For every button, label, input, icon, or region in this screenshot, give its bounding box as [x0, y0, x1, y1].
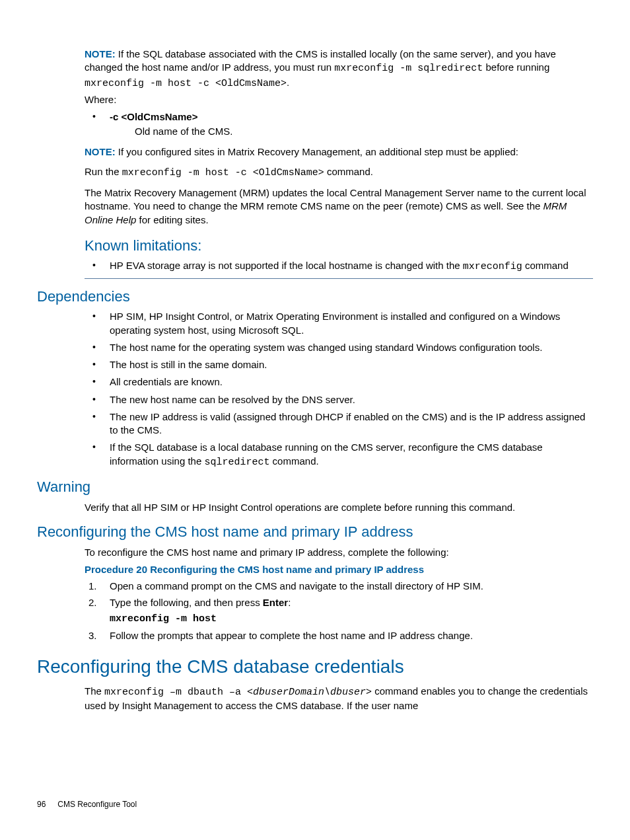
list-item: HP EVA storage array is not supported if… — [85, 259, 593, 274]
where-list: -c <OldCmsName> Old name of the CMS. — [85, 110, 593, 139]
list-item: The new host name can be resolved by the… — [85, 393, 593, 406]
sqlredirect-cmd: sqlredirect — [204, 457, 269, 468]
option-desc: Old name of the CMS. — [135, 125, 593, 138]
reconfig-intro: To reconfigure the CMS host name and pri… — [85, 546, 593, 559]
warning-heading: Warning — [37, 477, 593, 497]
mrm-paragraph: The Matrix Recovery Management (MRM) upd… — [85, 186, 593, 227]
mrm-text-1: The Matrix Recovery Management (MRM) upd… — [85, 187, 586, 211]
note-1-text-2: before running — [483, 61, 549, 73]
step-2: Type the following, and then press Enter… — [85, 596, 593, 626]
known-limitations-heading: Known limitations: — [85, 236, 593, 256]
kl-item-post: command — [522, 260, 569, 271]
db-cmd-1: mxreconfig –m dbauth –a — [104, 687, 247, 698]
note-2: NOTE: If you configured sites in Matrix … — [85, 145, 593, 159]
procedure-heading: Procedure 20 Reconfiguring the CMS host … — [85, 563, 593, 576]
page-content: NOTE: If the SQL database associated wit… — [85, 48, 593, 712]
mrm-text-2: for editing sites. — [136, 214, 208, 225]
where-item: -c <OldCmsName> Old name of the CMS. — [85, 110, 593, 139]
enter-key: Enter — [263, 597, 288, 608]
list-item: The host is still in the same domain. — [85, 358, 593, 371]
kl-item-cmd: mxreconfig — [463, 261, 522, 272]
note-label: NOTE: — [85, 48, 116, 59]
list-item: HP SIM, HP Insight Control, or Matrix Op… — [85, 310, 593, 337]
reconfig-db-heading: Reconfiguring the CMS database credentia… — [37, 654, 593, 679]
dependencies-heading: Dependencies — [37, 287, 593, 307]
reconfig-host-heading: Reconfiguring the CMS host name and prim… — [37, 522, 593, 542]
run-pre: Run the — [85, 166, 122, 177]
list-item: The new IP address is valid (assigned th… — [85, 410, 593, 438]
code-mxreconfig-host: mxreconfig -m host -c <OldCmsName> — [85, 78, 287, 89]
run-post: command. — [324, 166, 373, 177]
page-footer: 96CMS Reconfigure Tool — [37, 799, 137, 810]
db-paragraph: The mxreconfig –m dbauth –a <dbuserDomai… — [85, 685, 593, 713]
run-cmd: mxreconfig -m host -c <OldCmsName> — [122, 167, 324, 178]
page-number: 96 — [37, 799, 46, 810]
footer-title: CMS Reconfigure Tool — [57, 800, 137, 809]
option-name: -c <OldCmsName> — [110, 111, 197, 122]
list-item: The host name for the operating system w… — [85, 341, 593, 354]
note-2-text: If you configured sites in Matrix Recove… — [118, 146, 518, 157]
step-3: Follow the prompts that appear to comple… — [85, 629, 593, 642]
note-1-text-3: . — [287, 77, 289, 88]
note-label: NOTE: — [85, 146, 116, 157]
step-1: Open a command prompt on the CMS and nav… — [85, 580, 593, 593]
note-1: NOTE: If the SQL database associated wit… — [85, 48, 593, 91]
warning-text: Verify that all HP SIM or HP Insight Con… — [85, 501, 593, 514]
known-limitations-list: HP EVA storage array is not supported if… — [85, 259, 593, 274]
list-item: If the SQL database is a local database … — [85, 441, 593, 469]
procedure-list: Open a command prompt on the CMS and nav… — [85, 580, 593, 642]
dependencies-list: HP SIM, HP Insight Control, or Matrix Op… — [85, 310, 593, 469]
divider — [85, 278, 593, 279]
db-cmd-2: <dbuserDomain\dbuser> — [247, 687, 372, 698]
kl-item-pre: HP EVA storage array is not supported if… — [110, 260, 463, 271]
where-label: Where: — [85, 93, 593, 106]
list-item: All credentials are known. — [85, 375, 593, 389]
run-command: Run the mxreconfig -m host -c <OldCmsNam… — [85, 165, 593, 180]
code-sqlredirect: mxreconfig -m sqlredirect — [334, 63, 483, 74]
step-2-command: mxreconfig -m host — [110, 613, 593, 626]
